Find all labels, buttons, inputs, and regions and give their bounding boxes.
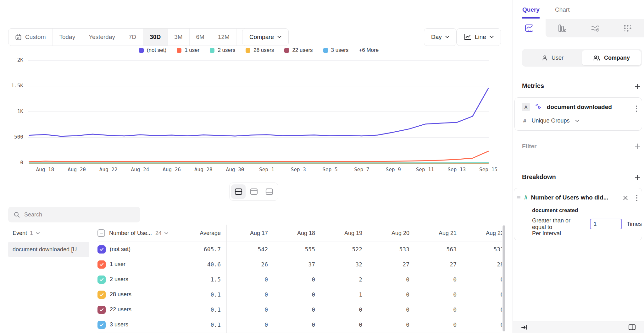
- series-checkbox[interactable]: [97, 291, 106, 299]
- legend-swatch: [177, 48, 181, 53]
- side-panel-toggle-icon[interactable]: [628, 324, 636, 330]
- table-scrollbar[interactable]: [502, 225, 505, 331]
- interval-dropdown[interactable]: Day: [424, 28, 457, 46]
- select-all-checkbox[interactable]: [97, 229, 105, 237]
- cell-value: 27: [368, 261, 415, 268]
- x-tick-label: Sep 3: [283, 166, 314, 172]
- add-filter-button[interactable]: [633, 142, 641, 150]
- add-metric-button[interactable]: [633, 82, 641, 90]
- cell-value: 522: [321, 246, 368, 253]
- cell-value: 0: [226, 321, 274, 328]
- filter-heading: Filter: [522, 143, 536, 150]
- legend-item[interactable]: 2 users: [210, 47, 235, 53]
- table-row: 3 users0.1000000: [97, 317, 502, 332]
- event-spark-icon: [535, 103, 542, 111]
- active-tab-underline: [522, 17, 540, 19]
- legend-more-button[interactable]: +6 More: [359, 47, 379, 53]
- event-row-item[interactable]: document downloaded [U...: [8, 242, 89, 257]
- range-yesterday[interactable]: Yesterday: [82, 29, 122, 46]
- series-checkbox[interactable]: [97, 260, 106, 269]
- add-breakdown-button[interactable]: [633, 173, 641, 181]
- group-header-label: Number of Use...: [109, 230, 152, 237]
- analytics-dashboard: CustomTodayYesterday7D30D3M6M12MXTD Comp…: [0, 0, 644, 333]
- x-tick-label: Aug 26: [156, 166, 187, 172]
- breakdown-kebab-menu[interactable]: [636, 194, 638, 201]
- tile-flow-chart[interactable]: [579, 19, 611, 37]
- tile-line-chart[interactable]: [513, 19, 546, 37]
- cell-value: 563: [415, 246, 462, 253]
- event-column-dropdown[interactable]: Event 1: [13, 230, 40, 237]
- range-6m[interactable]: 6M: [190, 29, 211, 46]
- chart-type-label: Line: [475, 34, 486, 41]
- layout-split-view-button[interactable]: [231, 184, 246, 199]
- cell-value: 542: [226, 246, 274, 253]
- layout-chart-view-button[interactable]: [247, 184, 261, 199]
- scope-user-label: User: [552, 55, 564, 61]
- compare-button[interactable]: Compare: [242, 28, 289, 46]
- cell-value: 0: [274, 276, 321, 283]
- y-tick-label: 500: [3, 134, 23, 140]
- series-label: 2 users: [110, 276, 128, 283]
- tab-chart[interactable]: Chart: [555, 6, 569, 13]
- per-interval-label: Per Interval: [532, 230, 561, 237]
- table-row: 1 user40.6263732272728: [97, 257, 502, 272]
- legend-item[interactable]: 22 users: [284, 47, 313, 53]
- series-checkbox[interactable]: [97, 276, 106, 284]
- range-3m[interactable]: 3M: [168, 29, 189, 46]
- cell-value: 531: [462, 246, 502, 253]
- legend-item[interactable]: 28 users: [246, 47, 274, 53]
- metric-kebab-menu[interactable]: [636, 105, 637, 112]
- metric-card[interactable]: A document downloaded # Unique Groups: [514, 97, 642, 131]
- scope-option-company[interactable]: Company: [582, 50, 641, 65]
- cell-value: 0: [462, 291, 502, 298]
- company-icon: [593, 55, 600, 61]
- search-input[interactable]: [24, 211, 135, 218]
- compare-label: Compare: [249, 34, 274, 41]
- range-12m[interactable]: 12M: [211, 29, 236, 46]
- y-tick-label: 1.5K: [3, 83, 23, 89]
- cell-value: 0: [415, 276, 462, 283]
- legend-item[interactable]: (not set): [139, 47, 166, 53]
- layout-toggle-group: [229, 183, 278, 201]
- condition-value-input[interactable]: [590, 219, 622, 229]
- cell-value: 0: [462, 321, 502, 328]
- x-tick-label: Sep 9: [378, 166, 409, 172]
- y-tick-label: 0: [3, 160, 23, 166]
- collapse-panel-icon[interactable]: [521, 324, 528, 330]
- chart-type-dropdown[interactable]: Line: [457, 28, 501, 46]
- x-tick-label: Sep 5: [314, 166, 346, 172]
- legend-item[interactable]: 1 user: [177, 47, 199, 53]
- tile-bar-chart[interactable]: [546, 19, 578, 37]
- scope-option-user[interactable]: User: [523, 50, 582, 65]
- range-today[interactable]: Today: [53, 29, 82, 46]
- cell-value: 0: [368, 276, 415, 283]
- aggregation-label: Unique Groups: [531, 117, 569, 124]
- drag-handle-icon[interactable]: [517, 196, 521, 199]
- tile-grid-chart[interactable]: [611, 19, 644, 37]
- results-table: Number of Use... 24 Average Aug 17Aug 18…: [97, 225, 502, 333]
- range-custom[interactable]: Custom: [8, 29, 53, 46]
- date-column-header: Aug 17: [226, 230, 274, 237]
- chart-legend: (not set)1 user2 users28 users22 users3 …: [28, 47, 489, 53]
- cell-value: 0: [415, 321, 462, 328]
- breakdown-event-name: document created: [532, 207, 578, 214]
- layout-table-view-button[interactable]: [262, 184, 276, 199]
- aggregation-dropdown[interactable]: # Unique Groups: [523, 117, 579, 124]
- top-panel-view-icon: [250, 188, 258, 196]
- range-30d[interactable]: 30D: [143, 29, 168, 46]
- series-checkbox[interactable]: [97, 321, 106, 329]
- series-checkbox[interactable]: [97, 245, 106, 254]
- tab-query[interactable]: Query: [522, 6, 540, 13]
- x-tick-label: Aug 24: [124, 166, 156, 172]
- legend-swatch: [284, 48, 289, 53]
- legend-item[interactable]: 3 users: [323, 47, 349, 53]
- legend-swatch: [323, 48, 328, 53]
- line-chart[interactable]: [28, 60, 489, 164]
- series-checkbox[interactable]: [97, 306, 106, 314]
- range-7d[interactable]: 7D: [122, 29, 143, 46]
- close-icon[interactable]: [623, 195, 628, 200]
- search-icon: [14, 211, 20, 218]
- date-column-header: Aug 19: [321, 230, 368, 237]
- group-column-dropdown[interactable]: Number of Use... 24: [109, 230, 168, 237]
- event-count: 1: [30, 230, 33, 237]
